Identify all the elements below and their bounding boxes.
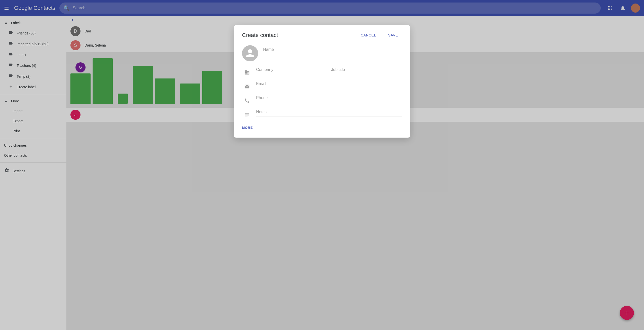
company-job-fields xyxy=(256,65,402,74)
name-row xyxy=(242,45,402,61)
cancel-button[interactable]: CANCEL xyxy=(357,31,380,39)
email-row xyxy=(242,79,402,92)
save-button[interactable]: SAVE xyxy=(384,31,402,39)
more-button[interactable]: MORE xyxy=(242,124,253,132)
phone-row xyxy=(242,94,402,106)
modal-header: Create contact CANCEL SAVE xyxy=(242,31,402,39)
notes-input[interactable] xyxy=(256,108,402,116)
contact-avatar-placeholder[interactable] xyxy=(242,45,258,61)
job-title-input[interactable] xyxy=(331,65,402,74)
company-row xyxy=(242,65,402,77)
modal-title: Create contact xyxy=(242,32,278,38)
name-input-row xyxy=(263,45,402,54)
email-icon xyxy=(242,81,252,92)
name-fields xyxy=(263,45,402,54)
notes-icon xyxy=(242,110,252,120)
name-input[interactable] xyxy=(263,45,402,54)
company-icon xyxy=(242,67,252,77)
notes-row xyxy=(242,108,402,120)
company-input[interactable] xyxy=(256,65,327,74)
email-input[interactable] xyxy=(256,79,402,88)
phone-input[interactable] xyxy=(256,94,402,102)
modal-overlay: Create contact CANCEL SAVE xyxy=(0,0,644,330)
phone-icon xyxy=(242,96,252,106)
modal-actions: CANCEL SAVE xyxy=(357,31,402,39)
create-contact-modal: Create contact CANCEL SAVE xyxy=(234,25,410,138)
